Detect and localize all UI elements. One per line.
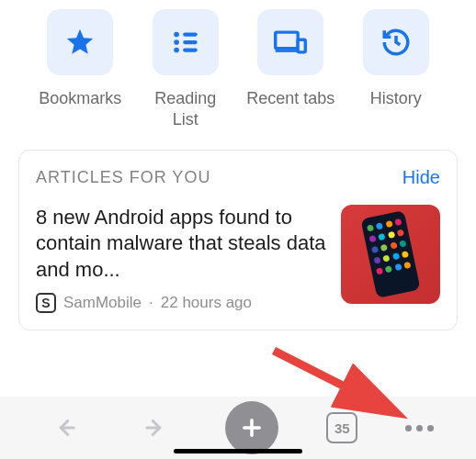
meta-separator: · — [149, 294, 153, 312]
article-text-block: 8 new Android apps found to contain malw… — [36, 205, 328, 313]
svg-rect-6 — [276, 32, 298, 49]
source-icon: S — [36, 293, 56, 313]
quick-shortcuts-row: Bookmarks Reading List Recent tabs Histo… — [0, 0, 476, 139]
articles-card-title: ARTICLES FOR YOU — [36, 168, 210, 187]
svg-point-1 — [174, 39, 179, 45]
article-headline: 8 new Android apps found to contain malw… — [36, 205, 328, 284]
article-meta: S SamMobile · 22 hours ago — [36, 293, 328, 313]
article-source: SamMobile — [63, 294, 142, 312]
reading-list-icon — [153, 9, 219, 75]
reading-list-label: Reading List — [140, 88, 232, 131]
recent-tabs-label: Recent tabs — [246, 88, 334, 109]
forward-button[interactable] — [134, 406, 178, 450]
svg-point-0 — [174, 32, 179, 38]
articles-card-header: ARTICLES FOR YOU Hide — [19, 151, 457, 201]
more-menu-button[interactable] — [405, 425, 434, 431]
article-thumbnail — [341, 205, 440, 304]
tab-count: 35 — [334, 420, 350, 436]
article-item[interactable]: 8 new Android apps found to contain malw… — [19, 201, 457, 330]
bookmarks-icon — [47, 9, 113, 75]
tab-switcher-button[interactable]: 35 — [326, 412, 357, 443]
history-label: History — [370, 88, 422, 109]
home-indicator[interactable] — [174, 449, 302, 453]
hide-button[interactable]: Hide — [402, 167, 440, 188]
article-timestamp: 22 hours ago — [161, 294, 252, 312]
reading-list-shortcut[interactable]: Reading List — [140, 9, 232, 131]
bookmarks-label: Bookmarks — [39, 88, 121, 109]
bookmarks-shortcut[interactable]: Bookmarks — [34, 9, 126, 131]
svg-point-2 — [174, 48, 179, 53]
articles-card: ARTICLES FOR YOU Hide 8 new Android apps… — [18, 150, 458, 330]
back-button[interactable] — [42, 406, 86, 450]
history-shortcut[interactable]: History — [350, 9, 442, 131]
svg-rect-8 — [298, 39, 305, 52]
svg-rect-3 — [183, 32, 198, 36]
svg-rect-4 — [183, 40, 198, 44]
recent-tabs-icon — [257, 9, 323, 75]
svg-rect-5 — [183, 48, 198, 51]
history-icon — [363, 9, 429, 75]
new-tab-button[interactable] — [225, 401, 278, 454]
recent-tabs-shortcut[interactable]: Recent tabs — [244, 9, 336, 131]
